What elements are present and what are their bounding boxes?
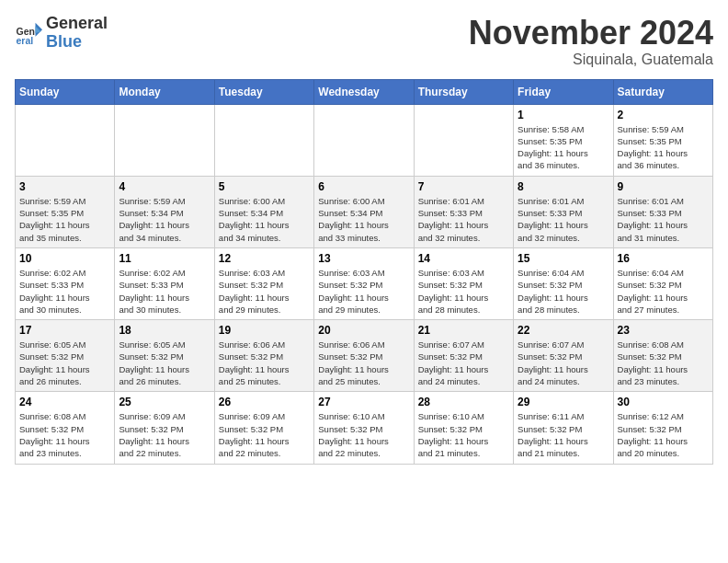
day-info: Sunrise: 6:07 AM Sunset: 5:32 PM Dayligh… bbox=[418, 339, 509, 387]
calendar-day-cell: 19Sunrise: 6:06 AM Sunset: 5:32 PM Dayli… bbox=[214, 320, 313, 392]
day-number: 9 bbox=[618, 180, 709, 193]
calendar-week-row: 24Sunrise: 6:08 AM Sunset: 5:32 PM Dayli… bbox=[16, 392, 713, 464]
calendar-day-cell: 4Sunrise: 5:59 AM Sunset: 5:34 PM Daylig… bbox=[115, 176, 214, 247]
logo-general-text: General bbox=[46, 15, 108, 33]
day-info: Sunrise: 6:11 AM Sunset: 5:32 PM Dayligh… bbox=[518, 410, 609, 459]
day-number: 27 bbox=[318, 396, 409, 408]
day-info: Sunrise: 6:09 AM Sunset: 5:32 PM Dayligh… bbox=[119, 410, 210, 459]
day-number: 5 bbox=[219, 180, 310, 193]
calendar-day-cell: 12Sunrise: 6:03 AM Sunset: 5:32 PM Dayli… bbox=[214, 247, 313, 319]
day-info: Sunrise: 6:06 AM Sunset: 5:32 PM Dayligh… bbox=[318, 339, 409, 387]
calendar-day-cell: 23Sunrise: 6:08 AM Sunset: 5:32 PM Dayli… bbox=[613, 320, 712, 392]
calendar-day-cell: 30Sunrise: 6:12 AM Sunset: 5:32 PM Dayli… bbox=[613, 392, 712, 464]
day-number: 6 bbox=[318, 180, 409, 193]
day-info: Sunrise: 5:59 AM Sunset: 5:34 PM Dayligh… bbox=[119, 195, 210, 244]
calendar-day-cell: 13Sunrise: 6:03 AM Sunset: 5:32 PM Dayli… bbox=[314, 247, 414, 319]
day-info: Sunrise: 6:10 AM Sunset: 5:32 PM Dayligh… bbox=[318, 410, 409, 459]
day-info: Sunrise: 6:01 AM Sunset: 5:33 PM Dayligh… bbox=[618, 195, 709, 244]
day-number: 13 bbox=[318, 252, 409, 265]
calendar-day-cell: 14Sunrise: 6:03 AM Sunset: 5:32 PM Dayli… bbox=[414, 247, 513, 319]
weekday-header: Friday bbox=[514, 79, 613, 104]
day-number: 21 bbox=[418, 324, 509, 337]
calendar-day-cell: 6Sunrise: 6:00 AM Sunset: 5:34 PM Daylig… bbox=[314, 176, 414, 247]
calendar-day-cell: 5Sunrise: 6:00 AM Sunset: 5:34 PM Daylig… bbox=[214, 176, 313, 247]
day-info: Sunrise: 5:58 AM Sunset: 5:35 PM Dayligh… bbox=[518, 123, 609, 172]
weekday-header: Thursday bbox=[414, 79, 513, 104]
calendar-header-row: SundayMondayTuesdayWednesdayThursdayFrid… bbox=[16, 79, 713, 104]
day-info: Sunrise: 5:59 AM Sunset: 5:35 PM Dayligh… bbox=[618, 123, 709, 172]
day-info: Sunrise: 6:04 AM Sunset: 5:32 PM Dayligh… bbox=[618, 267, 709, 316]
calendar-day-cell: 25Sunrise: 6:09 AM Sunset: 5:32 PM Dayli… bbox=[115, 392, 214, 464]
calendar-day-cell: 15Sunrise: 6:04 AM Sunset: 5:32 PM Dayli… bbox=[514, 247, 613, 319]
day-number: 1 bbox=[518, 109, 609, 121]
calendar-week-row: 1Sunrise: 5:58 AM Sunset: 5:35 PM Daylig… bbox=[16, 104, 713, 176]
calendar-day-cell: 16Sunrise: 6:04 AM Sunset: 5:32 PM Dayli… bbox=[613, 247, 712, 319]
logo-text: General Blue bbox=[46, 15, 108, 52]
calendar-day-cell: 2Sunrise: 5:59 AM Sunset: 5:35 PM Daylig… bbox=[613, 104, 712, 176]
calendar-day-cell: 18Sunrise: 6:05 AM Sunset: 5:32 PM Dayli… bbox=[115, 320, 214, 392]
calendar-day-cell bbox=[414, 104, 513, 176]
day-number: 20 bbox=[318, 324, 409, 337]
day-info: Sunrise: 6:05 AM Sunset: 5:32 PM Dayligh… bbox=[119, 339, 210, 387]
calendar-table: SundayMondayTuesdayWednesdayThursdayFrid… bbox=[15, 79, 713, 465]
calendar-day-cell: 28Sunrise: 6:10 AM Sunset: 5:32 PM Dayli… bbox=[414, 392, 513, 464]
day-number: 8 bbox=[518, 180, 609, 193]
calendar-day-cell bbox=[314, 104, 414, 176]
day-number: 26 bbox=[219, 396, 310, 408]
day-number: 12 bbox=[219, 252, 310, 265]
day-info: Sunrise: 6:03 AM Sunset: 5:32 PM Dayligh… bbox=[318, 267, 409, 316]
calendar-day-cell: 26Sunrise: 6:09 AM Sunset: 5:32 PM Dayli… bbox=[214, 392, 313, 464]
day-number: 28 bbox=[418, 396, 509, 408]
day-info: Sunrise: 6:12 AM Sunset: 5:32 PM Dayligh… bbox=[618, 410, 709, 459]
calendar-day-cell bbox=[115, 104, 214, 176]
day-number: 19 bbox=[219, 324, 310, 337]
day-number: 30 bbox=[618, 396, 709, 408]
calendar-day-cell: 10Sunrise: 6:02 AM Sunset: 5:33 PM Dayli… bbox=[16, 247, 115, 319]
calendar-day-cell: 17Sunrise: 6:05 AM Sunset: 5:32 PM Dayli… bbox=[16, 320, 115, 392]
calendar-day-cell: 11Sunrise: 6:02 AM Sunset: 5:33 PM Dayli… bbox=[115, 247, 214, 319]
day-info: Sunrise: 6:07 AM Sunset: 5:32 PM Dayligh… bbox=[518, 339, 609, 387]
calendar-day-cell: 8Sunrise: 6:01 AM Sunset: 5:33 PM Daylig… bbox=[514, 176, 613, 247]
calendar-day-cell: 24Sunrise: 6:08 AM Sunset: 5:32 PM Dayli… bbox=[16, 392, 115, 464]
weekday-header: Tuesday bbox=[214, 79, 313, 104]
calendar-week-row: 10Sunrise: 6:02 AM Sunset: 5:33 PM Dayli… bbox=[16, 247, 713, 319]
day-number: 2 bbox=[618, 109, 709, 121]
day-info: Sunrise: 6:08 AM Sunset: 5:32 PM Dayligh… bbox=[618, 339, 709, 387]
day-info: Sunrise: 6:02 AM Sunset: 5:33 PM Dayligh… bbox=[19, 267, 110, 316]
calendar-day-cell bbox=[16, 104, 115, 176]
calendar-day-cell: 1Sunrise: 5:58 AM Sunset: 5:35 PM Daylig… bbox=[514, 104, 613, 176]
logo: Gen eral General Blue bbox=[15, 15, 108, 52]
location: Siquinala, Guatemala bbox=[469, 52, 713, 68]
page-header: Gen eral General Blue November 2024 Siqu… bbox=[15, 15, 713, 68]
day-info: Sunrise: 6:05 AM Sunset: 5:32 PM Dayligh… bbox=[19, 339, 110, 387]
day-number: 18 bbox=[119, 324, 210, 337]
day-number: 10 bbox=[19, 252, 110, 265]
day-info: Sunrise: 6:00 AM Sunset: 5:34 PM Dayligh… bbox=[219, 195, 310, 244]
day-number: 16 bbox=[618, 252, 709, 265]
day-number: 24 bbox=[19, 396, 110, 408]
day-number: 14 bbox=[418, 252, 509, 265]
day-info: Sunrise: 6:02 AM Sunset: 5:33 PM Dayligh… bbox=[119, 267, 210, 316]
day-info: Sunrise: 6:06 AM Sunset: 5:32 PM Dayligh… bbox=[219, 339, 310, 387]
calendar-day-cell: 22Sunrise: 6:07 AM Sunset: 5:32 PM Dayli… bbox=[514, 320, 613, 392]
day-number: 25 bbox=[119, 396, 210, 408]
calendar-day-cell bbox=[214, 104, 313, 176]
calendar-day-cell: 29Sunrise: 6:11 AM Sunset: 5:32 PM Dayli… bbox=[514, 392, 613, 464]
day-info: Sunrise: 5:59 AM Sunset: 5:35 PM Dayligh… bbox=[19, 195, 110, 244]
logo-blue-text: Blue bbox=[46, 33, 108, 52]
calendar-week-row: 3Sunrise: 5:59 AM Sunset: 5:35 PM Daylig… bbox=[16, 176, 713, 247]
day-number: 3 bbox=[19, 180, 110, 193]
calendar-day-cell: 9Sunrise: 6:01 AM Sunset: 5:33 PM Daylig… bbox=[613, 176, 712, 247]
calendar-week-row: 17Sunrise: 6:05 AM Sunset: 5:32 PM Dayli… bbox=[16, 320, 713, 392]
day-info: Sunrise: 6:04 AM Sunset: 5:32 PM Dayligh… bbox=[518, 267, 609, 316]
calendar-day-cell: 21Sunrise: 6:07 AM Sunset: 5:32 PM Dayli… bbox=[414, 320, 513, 392]
day-info: Sunrise: 6:03 AM Sunset: 5:32 PM Dayligh… bbox=[219, 267, 310, 316]
weekday-header: Monday bbox=[115, 79, 214, 104]
day-number: 15 bbox=[518, 252, 609, 265]
calendar-day-cell: 20Sunrise: 6:06 AM Sunset: 5:32 PM Dayli… bbox=[314, 320, 414, 392]
day-number: 11 bbox=[119, 252, 210, 265]
day-number: 29 bbox=[518, 396, 609, 408]
day-info: Sunrise: 6:08 AM Sunset: 5:32 PM Dayligh… bbox=[19, 410, 110, 459]
calendar-day-cell: 27Sunrise: 6:10 AM Sunset: 5:32 PM Dayli… bbox=[314, 392, 414, 464]
day-number: 7 bbox=[418, 180, 509, 193]
